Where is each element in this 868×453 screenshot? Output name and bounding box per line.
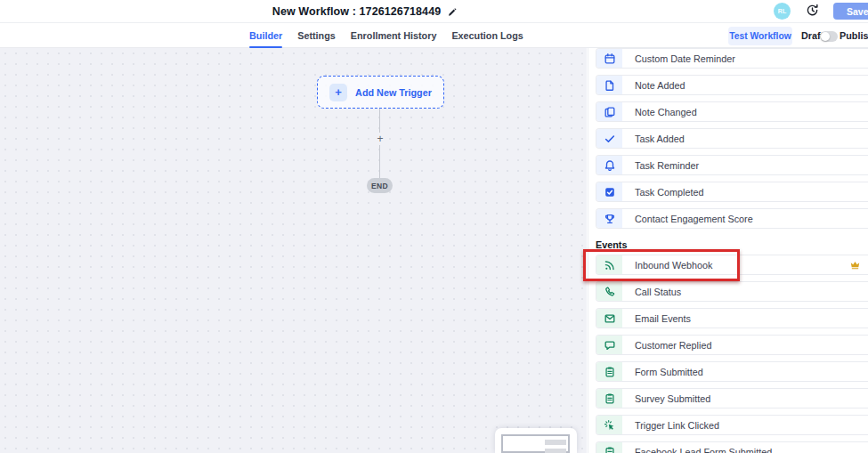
page-title: New Workflow : 1726126718449 [272,5,441,18]
trigger-item-customer-replied[interactable]: Customer Replied [596,335,868,355]
toggle-knob [821,32,830,41]
workflow-title-wrap: New Workflow : 1726126718449 [272,0,458,23]
cursor-click-icon [596,416,622,434]
test-workflow-button[interactable]: Test Workflow [728,27,792,45]
add-step-plus-icon[interactable]: + [374,133,386,145]
trigger-item-note-added[interactable]: Note Added [596,75,868,95]
add-new-trigger-button[interactable]: + Add New Trigger [317,76,444,109]
tab-builder[interactable]: Builder [249,23,282,48]
trigger-item-label: Task Added [622,133,685,144]
trigger-item-label: Form Submitted [622,367,703,377]
publish-label: Publish [840,23,868,48]
bell-icon [596,156,622,174]
tab-enrollment-history[interactable]: Enrollment History [351,23,437,48]
trigger-item-task-reminder[interactable]: Task Reminder [596,155,868,175]
trigger-item-call-status[interactable]: Call Status [596,281,868,302]
trigger-item-label: Survey Submitted [622,393,710,404]
trigger-item-label: Note Added [622,80,685,91]
saved-button[interactable]: Saved [833,3,868,20]
tab-settings[interactable]: Settings [297,23,336,48]
clipboard-icon [596,389,622,408]
avatar[interactable]: RL [774,3,791,20]
minimap-bar [545,449,566,453]
trigger-item-label: Inbound Webhook [622,260,712,271]
trigger-item-form-submitted[interactable]: Form Submitted [596,361,868,382]
trigger-item-label: Trigger Link Clicked [622,420,719,431]
trigger-item-label: Custom Date Reminder [622,53,735,64]
trigger-item-email-events[interactable]: Email Events [596,308,868,328]
clipboard-icon [596,362,622,381]
trigger-item-label: Facebook Lead Form Submitted [622,447,772,453]
trigger-item-label: Customer Replied [622,340,711,351]
minimap-viewport [501,434,570,453]
trigger-item-label: Contact Engagement Score [622,214,753,224]
email-icon [596,309,622,328]
end-node: END [367,178,393,193]
check-icon [596,129,622,148]
trigger-item-label: Email Events [622,313,691,324]
task-completed-icon [596,182,622,201]
trigger-item-trigger-link-clicked[interactable]: Trigger Link Clicked [596,415,868,435]
trigger-item-note-changed[interactable]: Note Changed [596,101,868,122]
history-icon[interactable] [806,4,819,17]
trophy-icon [596,209,622,228]
trigger-item-label: Task Reminder [622,160,699,171]
edit-title-pencil-icon[interactable] [448,7,458,17]
add-trigger-label: Add New Trigger [355,87,432,98]
trigger-item-survey-submitted[interactable]: Survey Submitted [596,388,868,409]
phone-icon [596,282,622,301]
clipboard-icon [596,442,622,453]
trigger-item-facebook-lead-form-submitted[interactable]: Facebook Lead Form Submitted [596,441,868,453]
trigger-item-label: Task Completed [622,187,703,198]
workflow-tabs: BuilderSettingsEnrollment HistoryExecuti… [249,23,523,48]
calendar-icon [596,49,622,68]
webhook-icon [596,255,622,274]
trigger-item-inbound-webhook[interactable]: Inbound Webhook [596,255,868,275]
minimap-panel[interactable] [495,428,577,453]
note-changed-icon [596,102,622,121]
trigger-item-label: Call Status [622,287,681,297]
trigger-item-custom-date-reminder[interactable]: Custom Date Reminder [596,48,868,69]
minimap-bar [545,440,566,445]
trigger-item-contact-engagement-score[interactable]: Contact Engagement Score [596,208,868,229]
plus-icon: + [329,84,347,101]
trigger-item-label: Note Changed [622,107,697,117]
sidebar-section-header: Events [588,235,868,255]
trigger-item-task-added[interactable]: Task Added [596,128,868,149]
trigger-item-task-completed[interactable]: Task Completed [596,182,868,202]
tab-execution-logs[interactable]: Execution Logs [451,23,523,48]
note-icon [596,76,622,94]
trigger-picker-sidebar: Custom Date ReminderNote AddedNote Chang… [588,48,868,453]
crown-icon [849,259,861,271]
top-header: New Workflow : 1726126718449 RL Saved [0,0,868,23]
chat-icon [596,336,622,354]
publish-toggle[interactable] [820,31,838,42]
workflow-canvas[interactable]: + Add New Trigger + END [0,48,587,453]
tab-bar: BuilderSettingsEnrollment HistoryExecuti… [0,23,868,48]
